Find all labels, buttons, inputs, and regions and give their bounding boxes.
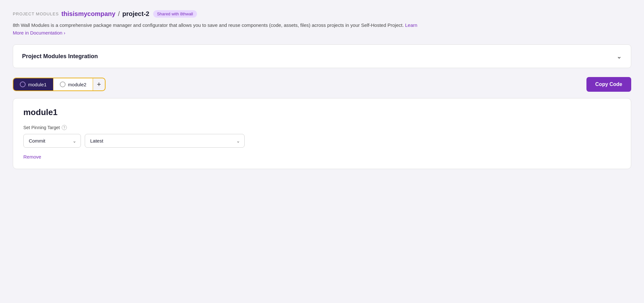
module-detail-title: module1	[23, 107, 621, 117]
integration-card-header[interactable]: Project Modules Integration ⌄	[13, 45, 631, 68]
tab-module2[interactable]: module2	[53, 78, 93, 90]
set-pinning-row: Set Pinning Target ?	[23, 125, 621, 130]
breadcrumb-separator: /	[118, 10, 120, 18]
tab-module1[interactable]: module1	[13, 78, 53, 90]
integration-card-title: Project Modules Integration	[22, 53, 98, 60]
tab-module2-label: module2	[68, 82, 87, 87]
project-modules-label: PROJECT MODULES	[13, 12, 59, 16]
set-pinning-label: Set Pinning Target	[23, 125, 60, 130]
company-name[interactable]: thisismycompany	[61, 10, 115, 18]
commit-dropdown[interactable]: Commit Branch Tag	[23, 134, 81, 148]
commit-dropdown-wrapper: Commit Branch Tag ⌄	[23, 134, 81, 148]
radio-inactive-icon	[60, 82, 66, 87]
copy-code-button[interactable]: Copy Code	[586, 77, 631, 92]
tab-module1-label: module1	[28, 82, 47, 87]
breadcrumb: PROJECT MODULES thisismycompany / projec…	[13, 10, 631, 18]
latest-dropdown[interactable]: Latest v1.0.0 v1.1.0 v2.0.0	[85, 134, 245, 148]
dropdowns-row: Commit Branch Tag ⌄ Latest v1.0.0 v1.1.0…	[23, 134, 621, 148]
project-name[interactable]: project-2	[122, 10, 149, 18]
add-tab-button[interactable]: +	[93, 78, 105, 90]
help-icon[interactable]: ?	[62, 125, 67, 130]
remove-link[interactable]: Remove	[23, 154, 41, 159]
latest-dropdown-wrapper: Latest v1.0.0 v1.1.0 v2.0.0 ⌄	[85, 134, 245, 148]
modules-tabs-row: module1 module2 + Copy Code	[13, 77, 631, 92]
chevron-down-icon: ⌄	[617, 52, 622, 60]
shared-badge: Shared with 8thwall	[153, 10, 197, 18]
integration-card: Project Modules Integration ⌄	[13, 44, 631, 68]
module-detail-card: module1 Set Pinning Target ? Commit Bran…	[13, 98, 631, 169]
tabs-group: module1 module2 +	[13, 78, 106, 91]
page-header: PROJECT MODULES thisismycompany / projec…	[13, 10, 631, 37]
description-text: 8th Wall Modules is a comprehensive pack…	[13, 21, 428, 37]
radio-active-icon	[20, 82, 26, 87]
